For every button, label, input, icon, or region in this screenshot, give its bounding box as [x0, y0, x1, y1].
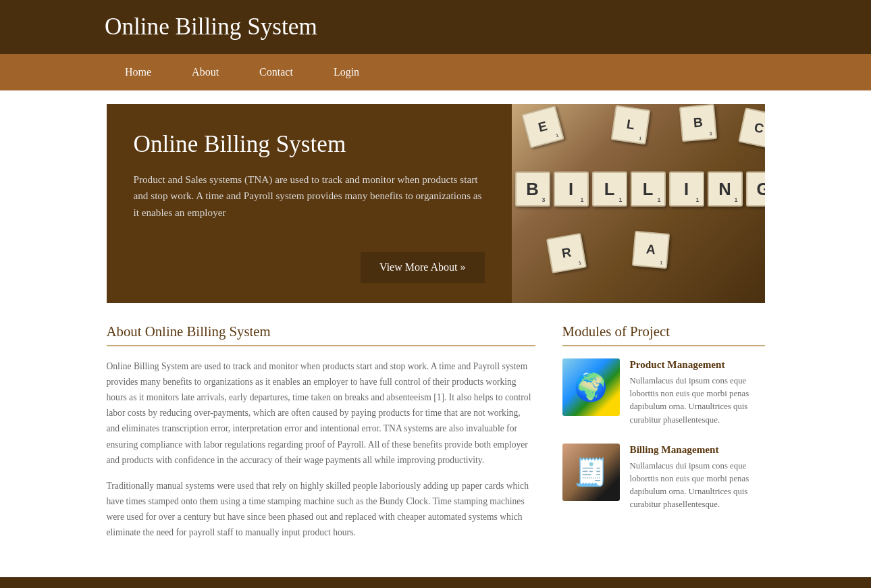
tile-l1-billing: L1 — [592, 171, 627, 207]
module-billing-title: Billing Management — [630, 444, 765, 456]
site-header: Online Billing System — [0, 0, 871, 54]
nav-contact[interactable]: Contact — [239, 54, 313, 90]
tile-b-top: B3 — [679, 104, 716, 142]
tile-g-billing: G2 — [746, 171, 765, 207]
about-paragraph-2: Traditionally manual systems were used t… — [107, 478, 535, 540]
tile-l2-billing: L1 — [631, 171, 666, 207]
about-paragraph-1: Online Billing System are used to track … — [107, 358, 535, 468]
module-billing-info: Billing Management Nullamlacus dui ipsum… — [630, 444, 765, 512]
modules-section: Modules of Project 🌍 Product Management … — [562, 323, 765, 550]
module-product-title: Product Management — [630, 358, 765, 371]
tile-e: E1 — [521, 105, 564, 149]
module-billing-management: 🧾 Billing Management Nullamlacus dui ips… — [562, 444, 765, 512]
tile-b-billing: B3 — [515, 171, 550, 207]
about-section: About Online Billing System Online Billi… — [107, 323, 535, 550]
module-product-info: Product Management Nullamlacus dui ipsum… — [630, 358, 765, 427]
hero-description: Product and Sales systems (TNA) are used… — [134, 171, 485, 238]
modules-heading: Modules of Project — [562, 323, 765, 346]
tile-n-billing: N1 — [708, 171, 743, 207]
navigation: Home About Contact Login — [0, 54, 871, 90]
module-product-management: 🌍 Product Management Nullamlacus dui ips… — [562, 358, 765, 427]
nav-home[interactable]: Home — [105, 54, 171, 90]
module-billing-description: Nullamlacus dui ipsum cons eque lobortti… — [630, 460, 765, 512]
module-billing-image: 🧾 — [562, 444, 620, 501]
hero-image: E1 L1 B3 C3 B3 I1 L1 L1 I1 N1 G2 R1 A1 — [512, 104, 765, 303]
tile-i2-billing: I1 — [669, 171, 704, 207]
nav-login[interactable]: Login — [313, 54, 379, 90]
tile-i-billing: I1 — [554, 171, 589, 207]
hero-banner: Online Billing System Product and Sales … — [107, 104, 765, 303]
module-product-description: Nullamlacus dui ipsum cons eque lobortti… — [630, 375, 765, 427]
module-product-image: 🌍 — [562, 358, 620, 416]
site-footer: Copyright © 2017 - All Rights Reserved -… — [0, 577, 871, 588]
nav-about[interactable]: About — [171, 54, 239, 90]
tile-r: R1 — [546, 233, 586, 273]
tile-c-top: C3 — [738, 107, 765, 149]
view-more-button[interactable]: View More About » — [361, 252, 484, 283]
main-content: About Online Billing System Online Billi… — [107, 323, 765, 550]
hero-title: Online Billing System — [134, 131, 485, 158]
tile-misc: A1 — [631, 231, 669, 269]
scrabble-tiles-area: E1 L1 B3 C3 B3 I1 L1 L1 I1 N1 G2 R1 A1 — [512, 104, 765, 303]
tile-l-top: L1 — [610, 105, 650, 145]
about-heading: About Online Billing System — [107, 323, 535, 346]
hero-content: Online Billing System Product and Sales … — [107, 104, 512, 303]
site-title: Online Billing System — [105, 14, 766, 41]
